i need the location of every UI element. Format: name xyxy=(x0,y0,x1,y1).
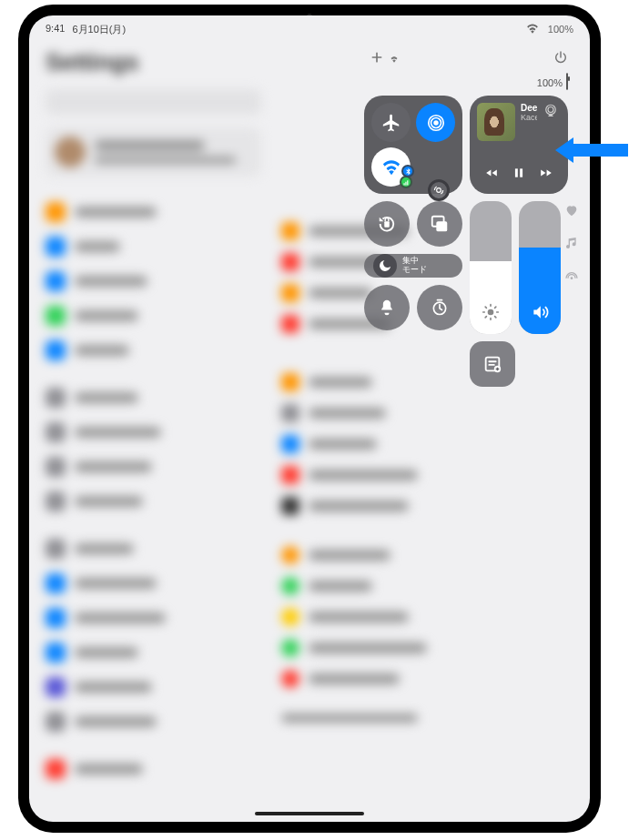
svg-rect-3 xyxy=(403,183,404,185)
now-playing-panel[interactable]: Deeper Well Kacey Musgraves xyxy=(470,96,568,194)
add-control-icon[interactable] xyxy=(370,50,384,66)
timer-button[interactable] xyxy=(417,285,462,330)
battery-indicator: 100% xyxy=(537,74,568,90)
control-center: 100% xyxy=(364,50,573,387)
svg-rect-4 xyxy=(405,181,406,185)
music-icon[interactable] xyxy=(564,236,579,254)
focus-mode-button[interactable]: 集中 モード xyxy=(364,254,462,278)
battery-icon xyxy=(566,73,568,90)
volume-slider[interactable] xyxy=(519,201,561,334)
album-art xyxy=(477,103,515,141)
status-date: 6月10日(月) xyxy=(72,23,126,36)
cc-top-row xyxy=(364,50,573,74)
svg-rect-11 xyxy=(384,221,390,227)
orientation-lock-toggle[interactable] xyxy=(364,201,410,247)
settings-heading: Settings xyxy=(46,48,267,76)
brightness-icon xyxy=(482,303,500,325)
svg-point-8 xyxy=(548,107,553,113)
silent-mode-toggle[interactable] xyxy=(364,285,410,330)
moon-icon xyxy=(373,254,397,278)
heart-icon[interactable] xyxy=(564,203,579,221)
power-icon[interactable] xyxy=(553,50,568,66)
svg-rect-9 xyxy=(515,168,518,177)
wifi-toggle[interactable] xyxy=(371,147,411,187)
svg-rect-5 xyxy=(407,180,408,185)
media-title: Deeper Well xyxy=(521,103,537,113)
media-artist: Kacey Musgraves xyxy=(521,113,537,122)
cellular-badge-icon xyxy=(400,176,412,188)
svg-point-15 xyxy=(488,309,494,316)
svg-point-18 xyxy=(571,277,573,279)
status-time: 9:41 xyxy=(46,23,65,36)
rewind-icon[interactable] xyxy=(483,167,500,183)
brightness-slider[interactable] xyxy=(470,201,512,334)
pause-icon[interactable] xyxy=(512,167,525,183)
bluetooth-badge-icon xyxy=(401,165,414,177)
volume-icon xyxy=(531,303,549,325)
focus-label: 集中 モード xyxy=(402,257,427,275)
screen: Settings xyxy=(29,15,590,822)
search-bar-blur xyxy=(46,89,261,115)
airplay-icon[interactable] xyxy=(543,103,561,121)
svg-point-0 xyxy=(433,120,439,126)
airplane-mode-toggle[interactable] xyxy=(371,103,411,142)
airdrop-toggle[interactable] xyxy=(416,103,455,142)
quick-note-button[interactable] xyxy=(470,341,515,387)
profile-card-blur xyxy=(46,127,261,177)
svg-point-7 xyxy=(546,105,556,115)
svg-rect-10 xyxy=(520,168,522,177)
forward-icon[interactable] xyxy=(538,167,554,183)
battery-percent: 100% xyxy=(548,24,573,35)
home-indicator[interactable] xyxy=(255,812,364,815)
battery-percent-cc: 100% xyxy=(537,77,563,88)
screen-mirroring-button[interactable] xyxy=(417,201,462,247)
wifi-small-icon xyxy=(388,53,401,65)
svg-rect-13 xyxy=(436,221,447,231)
signal-icon[interactable] xyxy=(564,268,579,287)
ipad-device-frame: Settings xyxy=(18,5,601,833)
connectivity-panel[interactable] xyxy=(364,96,462,194)
status-bar: 9:41 6月10日(月) 100% xyxy=(29,21,590,37)
wifi-icon xyxy=(526,24,539,35)
personal-hotspot-toggle[interactable] xyxy=(428,179,450,201)
svg-point-6 xyxy=(437,188,441,193)
side-quick-icons xyxy=(564,203,579,287)
